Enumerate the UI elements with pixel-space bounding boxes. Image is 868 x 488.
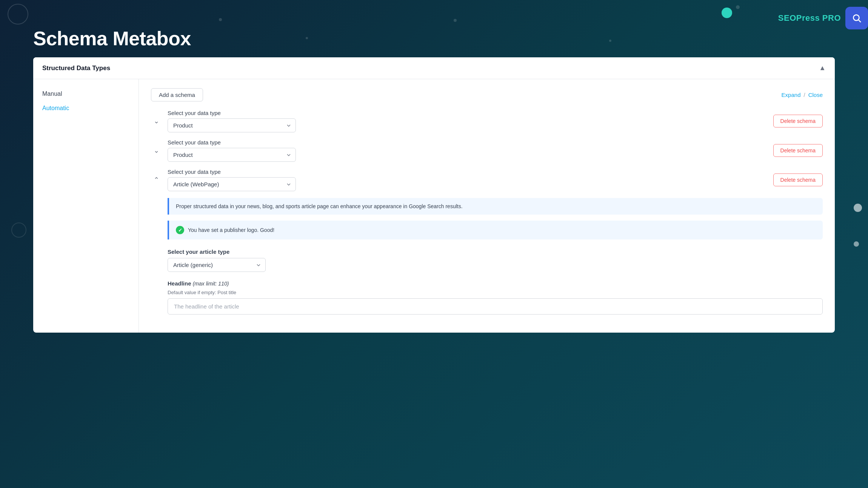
article-type-field: Select your article type Article (generi… — [168, 249, 823, 272]
success-box: You have set a publisher logo. Good! — [168, 221, 823, 239]
article-type-label: Select your article type — [168, 249, 823, 255]
expand-close-bar: Expand / Close — [782, 92, 823, 98]
schema-2-inner: Select your data type Product FAQ Articl… — [168, 139, 767, 162]
article-type-select[interactable]: Article (generic) NewsArticle BlogPostin… — [168, 258, 266, 272]
add-schema-button[interactable]: Add a schema — [151, 88, 203, 101]
decorative-dot-small-3 — [306, 37, 308, 39]
schema-3-expanded-content: Proper structured data in your news, blo… — [168, 198, 823, 315]
headline-limit: (max limit: 110) — [193, 281, 229, 287]
decorative-dot-small-2 — [219, 18, 222, 21]
sidebar: Manual Automatic — [33, 79, 139, 333]
schema-1-select[interactable]: Product FAQ Article (WebPage) — [168, 118, 296, 132]
content-topbar: Add a schema Expand / Close — [151, 88, 823, 101]
schema-2-select-label: Select your data type — [168, 139, 767, 146]
headline-sublabel: Default value if empty: Post title — [168, 290, 823, 295]
decorative-dot-white-lg — [854, 204, 862, 212]
schema-3-delete-button[interactable]: Delete schema — [773, 173, 823, 186]
schema-1-inner: Select your data type Product FAQ Articl… — [168, 110, 767, 132]
schema-3-select[interactable]: Product FAQ Article (WebPage) — [168, 177, 296, 191]
app-header: SEOPress PRO — [778, 0, 868, 36]
expand-link[interactable]: Expand — [782, 92, 801, 98]
card-header-title: Structured Data Types — [42, 64, 110, 72]
decorative-dot-small-5 — [454, 19, 457, 22]
headline-input[interactable] — [168, 298, 823, 315]
success-text: You have set a publisher logo. Good! — [188, 227, 274, 233]
svg-point-0 — [853, 15, 859, 20]
schema-row-2: ⌄ Select your data type Product FAQ Arti… — [151, 139, 823, 162]
schema-2-chevron[interactable]: ⌄ — [151, 146, 162, 155]
close-link[interactable]: Close — [808, 92, 823, 98]
expand-close-divider: / — [803, 92, 805, 98]
notice-box: Proper structured data in your news, blo… — [168, 198, 823, 215]
svg-line-1 — [859, 20, 861, 22]
search-icon — [852, 13, 862, 23]
schema-3-select-label: Select your data type — [168, 169, 767, 175]
notice-text: Proper structured data in your news, blo… — [176, 203, 463, 209]
app-title-text: SEOPress PRO — [778, 13, 841, 23]
content-area: Add a schema Expand / Close ⌄ Select you… — [139, 79, 835, 333]
decorative-dot-small-1 — [736, 5, 740, 9]
schema-row-1: ⌄ Select your data type Product FAQ Arti… — [151, 110, 823, 132]
decorative-circle-outline-2 — [11, 223, 26, 238]
schema-3-inner: Select your data type Product FAQ Articl… — [168, 169, 767, 191]
main-card: Structured Data Types ▲ Manual Automatic… — [33, 57, 835, 333]
headline-field: Headline (max limit: 110) Default value … — [168, 280, 823, 315]
card-header: Structured Data Types ▲ — [33, 57, 835, 79]
search-button[interactable] — [845, 7, 868, 29]
schema-1-delete-button[interactable]: Delete schema — [773, 115, 823, 127]
decorative-circle-outline — [8, 4, 28, 25]
decorative-dot-small-4 — [609, 40, 611, 42]
schema-3-chevron[interactable]: ⌃ — [151, 176, 162, 184]
success-icon — [176, 226, 184, 234]
sidebar-item-manual[interactable]: Manual — [33, 87, 139, 101]
schema-row-3: ⌃ Select your data type Product FAQ Arti… — [151, 169, 823, 191]
collapse-icon[interactable]: ▲ — [819, 64, 826, 72]
schema-2-delete-button[interactable]: Delete schema — [773, 144, 823, 157]
page-title: Schema Metabox — [33, 27, 191, 50]
schema-1-chevron[interactable]: ⌄ — [151, 117, 162, 125]
card-body: Manual Automatic Add a schema Expand / C… — [33, 79, 835, 333]
schema-2-select[interactable]: Product FAQ Article (WebPage) — [168, 148, 296, 162]
schema-1-select-label: Select your data type — [168, 110, 767, 116]
headline-label: Headline (max limit: 110) — [168, 280, 823, 287]
sidebar-item-automatic[interactable]: Automatic — [33, 101, 139, 115]
decorative-dot-white-md — [854, 241, 859, 247]
app-logo: SEOPress PRO — [778, 13, 841, 23]
decorative-dot-teal — [722, 8, 732, 18]
